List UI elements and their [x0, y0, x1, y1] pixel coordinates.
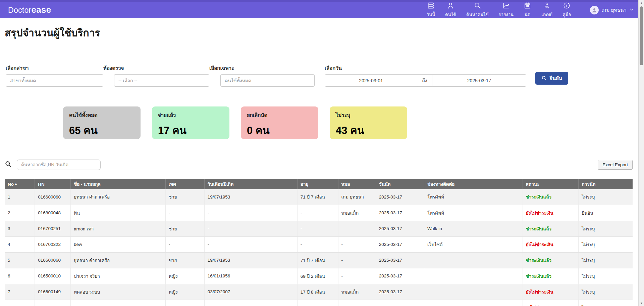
cell-dob: - [204, 205, 297, 221]
table-row[interactable]: 3016700251arnon เทาชาย--2025-03-17Walk i… [5, 221, 633, 236]
main-content: สรุปจำนวนผู้ใช้บริการ เลือกสาขา ห้องตรวจ… [0, 25, 638, 306]
scrollbar-thumb[interactable] [640, 6, 643, 65]
cell-gender: - [165, 205, 204, 221]
stat-label: ไม่ระบุ [336, 111, 401, 119]
cell-gender: - [165, 300, 204, 306]
cell-name: bew [71, 300, 166, 306]
nav-item-reports[interactable]: รายงาน [494, 2, 519, 18]
cell-status: ชำระเงินแล้ว [523, 268, 579, 284]
column-header-dob[interactable]: วันเดือนปีเกิด [204, 179, 297, 189]
cell-dob: - [204, 221, 297, 236]
table-row[interactable]: 5016600060ยุทธนา คำถาเครือชาย19/07/19537… [5, 252, 633, 268]
stat-card-total: คนไข้ทั้งหมด 65 คน [63, 106, 141, 139]
nav-item-doctors[interactable]: แพทย์ [536, 2, 557, 18]
search-icon [474, 2, 481, 11]
cell-name: bew [71, 236, 166, 252]
cell-no: 7 [5, 284, 35, 300]
nav-item-appointments[interactable]: นัด [519, 2, 536, 18]
cell-doctor [338, 221, 376, 236]
date-to-word: ถึง [417, 74, 432, 87]
column-header-hn[interactable]: HN [35, 179, 71, 189]
stat-value: 65 คน [69, 122, 135, 139]
cell-no: 3 [5, 221, 35, 236]
nav-item-search-patient[interactable]: ค้นหาคนไข้ [461, 2, 493, 18]
search-icon [5, 161, 11, 169]
table-row[interactable]: 8016700322bew----2025-03-17ยังไม่ชำระเงิ… [5, 300, 633, 306]
cell-contact: เว็บไซต์ [424, 236, 523, 252]
cell-gender: ชาย [165, 252, 204, 268]
sort-asc-icon: ▲ [14, 182, 17, 185]
stat-cards: คนไข้ทั้งหมด 65 คน จ่ายแล้ว 17 คน ยกเลิก… [5, 106, 633, 139]
cell-status: ชำระเงินแล้ว [523, 221, 579, 236]
cell-doctor: - [338, 300, 376, 306]
cell-contact [424, 252, 523, 268]
nav-item-patients[interactable]: คนไข้ [440, 2, 461, 18]
cell-status: ชำระเงินแล้ว [523, 189, 579, 205]
table-search-input[interactable] [17, 160, 101, 170]
date-to-input[interactable] [432, 74, 526, 87]
scroll-down-arrow-icon[interactable]: ▼ [639, 300, 644, 306]
room-filter: ห้องตรวจ [103, 64, 209, 87]
app-logo[interactable]: Doctorease [8, 5, 51, 15]
column-header-age[interactable]: อายุ [297, 179, 338, 189]
cell-appt_date: 2025-03-17 [376, 268, 424, 284]
nav-item-today[interactable]: วันนี้ [422, 2, 440, 18]
cell-gender: หญิง [165, 268, 204, 284]
excel-export-button[interactable]: Excel Export [598, 160, 633, 170]
cell-age: 17 ปี 8 เดือน [297, 284, 338, 300]
cell-no: 4 [5, 236, 35, 252]
confirm-button-label: ยืนยัน [549, 74, 562, 82]
cell-hn: 016600060 [35, 252, 71, 268]
vertical-scrollbar[interactable]: ▲ ▼ [638, 0, 644, 306]
table-row[interactable]: 1016600060ยุทธนา คำถาเครือชาย19/07/19537… [5, 189, 633, 205]
branch-select[interactable] [6, 74, 103, 87]
column-header-status[interactable]: สถานะ [523, 179, 579, 189]
cell-age: - [297, 205, 338, 221]
cell-doctor: - [338, 268, 376, 284]
cell-appt: ไม่ระบุ [579, 284, 633, 300]
cell-dob: - [204, 236, 297, 252]
table-row[interactable]: 7016600149ทดสอบ ระบบหญิง03/07/200717 ปี … [5, 284, 633, 300]
table-row[interactable]: 6016500010ปาเจรา จริยาหญิง16/01/195669 ป… [5, 268, 633, 284]
cell-age: - [297, 236, 338, 252]
cell-appt_date: 2025-03-17 [376, 236, 424, 252]
cell-gender: ชาย [165, 221, 204, 236]
page-title: สรุปจำนวนผู้ใช้บริการ [5, 25, 633, 41]
column-header-gender[interactable]: เพศ [165, 179, 204, 189]
column-header-no[interactable]: No▲ [5, 179, 35, 189]
user-menu[interactable]: เกม ยุทธนา [590, 6, 634, 14]
column-header-doctor[interactable]: หมอ [338, 179, 376, 189]
cell-no: 5 [5, 252, 35, 268]
cell-hn: 016600060 [35, 189, 71, 205]
date-from-input[interactable] [325, 74, 417, 87]
cell-hn: 016800048 [35, 205, 71, 221]
date-label: เลือกวัน [325, 64, 526, 72]
cell-dob: 19/07/1953 [204, 189, 297, 205]
stat-label: คนไข้ทั้งหมด [69, 111, 135, 119]
stat-card-unspecified: ไม่ระบุ 43 คน [330, 106, 407, 139]
stat-value: 43 คน [336, 122, 401, 139]
cell-no: 6 [5, 268, 35, 284]
specific-select[interactable] [220, 74, 315, 87]
nav-label: ค้นหาคนไข้ [466, 11, 488, 18]
column-header-appt[interactable]: การนัด [579, 179, 633, 189]
column-header-contact[interactable]: ช่องทางติดต่อ [424, 179, 523, 189]
scroll-up-arrow-icon[interactable]: ▲ [639, 0, 644, 6]
table-row[interactable]: 2016800048พิน---หมอแม็ก2025-03-17โทรศัพท… [5, 205, 633, 221]
user-name: เกม ยุทธนา [601, 6, 627, 14]
info-icon [563, 2, 571, 11]
stat-card-cancelled: ยกเลิกนัด 0 คน [241, 106, 318, 139]
nav-menu: วันนี้ คนไข้ ค้นหาคนไข้ รายงาน นัด แพทย์… [422, 2, 576, 18]
cell-appt: ไม่ระบุ [579, 221, 633, 236]
confirm-button[interactable]: ยืนยัน [535, 72, 568, 85]
cell-doctor: - [338, 236, 376, 252]
stat-card-paid: จ่ายแล้ว 17 คน [152, 106, 229, 139]
cell-appt_date: 2025-03-17 [376, 284, 424, 300]
cell-appt_date: 2025-03-17 [376, 205, 424, 221]
cell-name: arnon เทา [71, 221, 166, 236]
table-row[interactable]: 4016700322bew----2025-03-17เว็บไซต์ยังไม… [5, 236, 633, 252]
nav-item-manual[interactable]: คู่มือ [557, 2, 576, 18]
column-header-name[interactable]: ชื่อ - นามสกุล [71, 179, 166, 189]
column-header-appt-date[interactable]: วันนัด [376, 179, 424, 189]
room-select[interactable] [114, 74, 209, 87]
